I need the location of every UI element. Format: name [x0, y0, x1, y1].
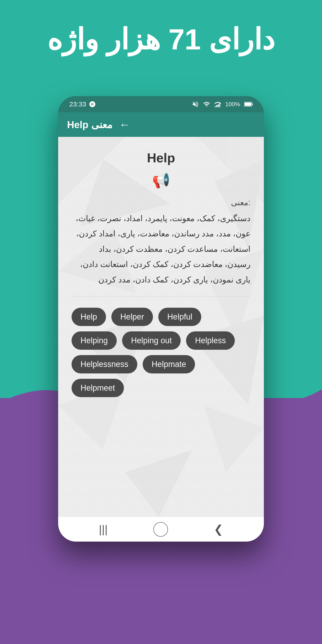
- svg-rect-1: [216, 105, 217, 107]
- meaning-section: :معنی دستگیری، کمک، معونت، پایمرد، امداد…: [72, 198, 250, 287]
- tag-help[interactable]: Help: [72, 308, 106, 326]
- signal-icon: [214, 100, 222, 108]
- tag-helpful[interactable]: Helpful: [158, 308, 201, 326]
- divider: [72, 296, 250, 296]
- swype-icon: [89, 100, 96, 108]
- phone-wrapper: 23:33: [58, 96, 264, 542]
- battery-icon: [244, 102, 253, 107]
- tag-helping-out[interactable]: Helping out: [122, 332, 181, 350]
- headline: دارای 71 هزار واژه: [0, 22, 322, 56]
- svg-marker-17: [125, 450, 192, 517]
- svg-rect-2: [218, 104, 219, 107]
- app-bar: ← معنی Help: [58, 112, 264, 137]
- battery-percent: 100%: [226, 101, 240, 108]
- status-bar: 23:33: [58, 96, 264, 112]
- tag-helping[interactable]: Helping: [72, 332, 117, 350]
- nav-home-button[interactable]: [154, 522, 168, 537]
- tag-helpmate[interactable]: Helpmate: [143, 355, 195, 374]
- phone: 23:33: [58, 96, 264, 542]
- status-icons: 100%: [192, 100, 253, 108]
- content-area: Help 📢 :معنی دستگیری، کمک، معونت، پایمرد…: [58, 137, 264, 517]
- content-inner: Help 📢 :معنی دستگیری، کمک، معونت، پایمرد…: [72, 148, 250, 397]
- tag-helplessness[interactable]: Helplessness: [72, 355, 137, 374]
- status-time: 23:33: [69, 100, 96, 108]
- speaker-icon[interactable]: 📢: [152, 172, 170, 188]
- nav-back-button[interactable]: ❮: [214, 523, 223, 536]
- speaker-icon-wrap[interactable]: 📢: [72, 172, 250, 189]
- tag-helpmeet[interactable]: Helpmeet: [72, 379, 124, 397]
- mute-icon: [192, 100, 199, 108]
- svg-rect-6: [245, 103, 251, 106]
- svg-rect-0: [215, 106, 216, 107]
- nav-menu-button[interactable]: |||: [99, 523, 108, 536]
- word-title: Help: [72, 148, 250, 165]
- svg-rect-5: [252, 103, 253, 105]
- svg-marker-16: [204, 405, 264, 472]
- meaning-text: دستگیری، کمک، معونت، پایمرد، امداد، نصرت…: [72, 211, 250, 287]
- tag-helpless[interactable]: Helpless: [186, 332, 235, 350]
- back-button[interactable]: ←: [119, 118, 130, 131]
- meaning-label: :معنی: [72, 198, 250, 207]
- wifi-icon: [203, 100, 210, 108]
- bottom-nav: ||| ❮: [58, 517, 264, 542]
- tag-helper[interactable]: Helper: [111, 308, 153, 326]
- tags-section: HelpHelperHelpfulHelpingHelping outHelpl…: [72, 308, 250, 397]
- app-bar-title: معنی Help: [67, 119, 112, 130]
- svg-rect-3: [219, 103, 220, 107]
- time-display: 23:33: [69, 100, 86, 108]
